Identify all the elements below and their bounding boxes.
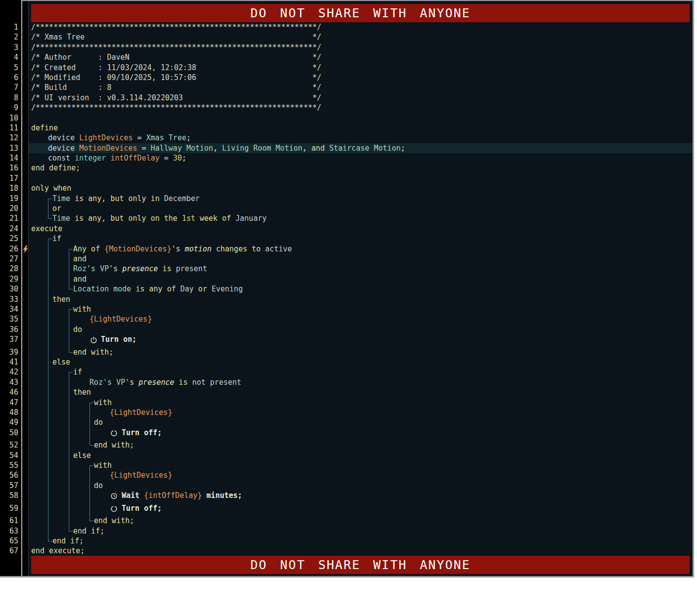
line-number: 27 bbox=[0, 254, 18, 264]
code-line-14[interactable]: 14const integer intOffDelay = 30; bbox=[0, 153, 694, 163]
code-line-36[interactable]: 36do bbox=[0, 325, 694, 334]
line-number: 41 bbox=[0, 357, 18, 367]
code-line-33[interactable]: 33then bbox=[0, 294, 694, 304]
code-line-43[interactable]: 43Roz's VP's presence is not present bbox=[0, 377, 694, 387]
code-line-20[interactable]: 20or bbox=[0, 204, 694, 213]
code-text: /* Build : 8 */ bbox=[31, 82, 321, 92]
indent-guide bbox=[69, 377, 73, 388]
code-line-24[interactable]: 24execute bbox=[0, 224, 694, 234]
code-line-65[interactable]: 65end if; bbox=[0, 536, 694, 546]
indent-guide bbox=[48, 480, 52, 491]
code-line-6[interactable]: 6/* Modified : 09/10/2025, 10:57:06 */ bbox=[0, 73, 694, 82]
code-line-2[interactable]: 2/* Xmas Tree */ bbox=[0, 32, 694, 42]
code-line-49[interactable]: 49do bbox=[0, 417, 694, 427]
code-token: presence bbox=[138, 378, 174, 387]
code-line-10[interactable]: 10 bbox=[0, 113, 694, 123]
indent-guide bbox=[48, 244, 52, 254]
code-token: /* Build : 8 */ bbox=[31, 83, 321, 92]
line-number: 9 bbox=[0, 103, 18, 113]
code-text: and bbox=[73, 274, 87, 284]
code-line-5[interactable]: 5/* Created : 11/03/2024, 12:02:38 */ bbox=[0, 63, 694, 73]
code-line-55[interactable]: 55with bbox=[0, 460, 694, 470]
code-line-11[interactable]: 11define bbox=[0, 123, 694, 133]
line-number: 57 bbox=[0, 481, 18, 491]
code-token: /* Created : 11/03/2024, 12:02:38 */ bbox=[31, 63, 321, 72]
code-line-30[interactable]: 30Location mode is any of Day or Evening bbox=[0, 284, 694, 294]
code-line-58[interactable]: 58Wait {intOffDelay} minutes; bbox=[0, 491, 694, 503]
code-line-54[interactable]: 54else bbox=[0, 451, 694, 460]
code-line-13[interactable]: 13device MotionDevices = Hallway Motion,… bbox=[0, 143, 694, 153]
indent-guide bbox=[89, 503, 93, 517]
code-token: Staircase Motion bbox=[329, 144, 401, 153]
code-line-42[interactable]: 42if bbox=[0, 367, 694, 377]
code-line-47[interactable]: 47with bbox=[0, 398, 694, 408]
code-line-17[interactable]: 17 bbox=[0, 173, 694, 183]
warning-banner-top: DO NOT SHARE WITH ANYONE bbox=[31, 4, 690, 22]
line-number: 30 bbox=[0, 284, 18, 294]
indent-guide bbox=[48, 503, 52, 517]
line-number: 39 bbox=[0, 347, 18, 357]
code-line-1[interactable]: 1/**************************************… bbox=[0, 22, 694, 32]
code-token: or bbox=[194, 285, 212, 293]
code-line-28[interactable]: 28Roz's VP's presence is present bbox=[0, 264, 694, 274]
code-text: else bbox=[52, 357, 70, 367]
code-line-3[interactable]: 3/**************************************… bbox=[0, 42, 694, 52]
line-number: 17 bbox=[0, 173, 18, 183]
code-line-39[interactable]: 39end with; bbox=[0, 347, 694, 357]
code-line-21[interactable]: 21Time is any, but only on the 1st week … bbox=[0, 213, 694, 223]
indent-guide bbox=[69, 490, 73, 504]
line-number: 35 bbox=[0, 314, 18, 324]
code-line-27[interactable]: 27and bbox=[0, 254, 694, 264]
indent-guide bbox=[48, 490, 52, 504]
code-line-46[interactable]: 46then bbox=[0, 387, 694, 397]
code-line-7[interactable]: 7/* Build : 8 */ bbox=[0, 82, 694, 92]
line-number: 21 bbox=[0, 213, 18, 223]
code-token: changes to bbox=[212, 245, 265, 253]
code-line-12[interactable]: 12device LightDevices = Xmas Tree; bbox=[0, 133, 694, 143]
code-line-48[interactable]: 48{LightDevices} bbox=[0, 408, 694, 417]
indent-guide bbox=[48, 304, 52, 315]
code-line-19[interactable]: 19Time is any, but only in December bbox=[0, 194, 694, 204]
code-line-56[interactable]: 56{LightDevices} bbox=[0, 470, 694, 480]
code-text: /***************************************… bbox=[31, 42, 321, 52]
line-number: 42 bbox=[0, 367, 18, 377]
code-line-4[interactable]: 4/* Author : DaveN */ bbox=[0, 52, 694, 62]
code-line-37[interactable]: 37Turn on; bbox=[0, 334, 694, 347]
code-line-57[interactable]: 57do bbox=[0, 481, 694, 491]
code-token: {LightDevices} bbox=[89, 315, 152, 324]
code-line-50[interactable]: 50Turn off; bbox=[0, 428, 694, 441]
code-line-18[interactable]: 18only when bbox=[0, 183, 694, 193]
code-token: ; bbox=[186, 133, 191, 142]
line-number: 46 bbox=[0, 387, 18, 397]
code-line-8[interactable]: 8/* UI version : v0.3.114.20220203 */ bbox=[0, 93, 694, 103]
code-line-25[interactable]: 25if bbox=[0, 234, 694, 244]
code-line-67[interactable]: 67end execute; bbox=[0, 546, 694, 556]
code-token: , bbox=[213, 144, 222, 153]
code-token: Location mode bbox=[73, 285, 131, 293]
code-line-59[interactable]: 59Turn off; bbox=[0, 503, 694, 516]
trigger-bolt-icon bbox=[23, 246, 28, 253]
power-off-icon bbox=[111, 505, 118, 513]
indent-guide bbox=[48, 347, 52, 358]
indent-guide bbox=[48, 515, 52, 526]
code-line-16[interactable]: 16end define; bbox=[0, 163, 694, 173]
code-text: end with; bbox=[73, 347, 113, 357]
code-line-61[interactable]: 61end with; bbox=[0, 516, 694, 526]
code-line-41[interactable]: 41else bbox=[0, 357, 694, 367]
code-token: LightDevices bbox=[79, 133, 132, 142]
code-token: presence bbox=[122, 264, 158, 273]
code-text: /***************************************… bbox=[31, 103, 321, 113]
code-line-34[interactable]: 34with bbox=[0, 304, 694, 314]
code-line-9[interactable]: 9/**************************************… bbox=[0, 103, 694, 113]
code-line-35[interactable]: 35{LightDevices} bbox=[0, 314, 694, 324]
code-line-26[interactable]: 26Any of {MotionDevices}'s motion change… bbox=[0, 244, 694, 254]
code-text: do bbox=[94, 417, 103, 427]
line-number: 48 bbox=[0, 408, 18, 417]
code-line-63[interactable]: 63end if; bbox=[0, 526, 694, 536]
code-token: do bbox=[94, 481, 103, 490]
line-number: 13 bbox=[0, 143, 18, 153]
code-line-29[interactable]: 29and bbox=[0, 274, 694, 284]
code-line-52[interactable]: 52end with; bbox=[0, 440, 694, 450]
code-text: /* Created : 11/03/2024, 12:02:38 */ bbox=[31, 63, 321, 73]
code-token: execute bbox=[31, 224, 62, 233]
